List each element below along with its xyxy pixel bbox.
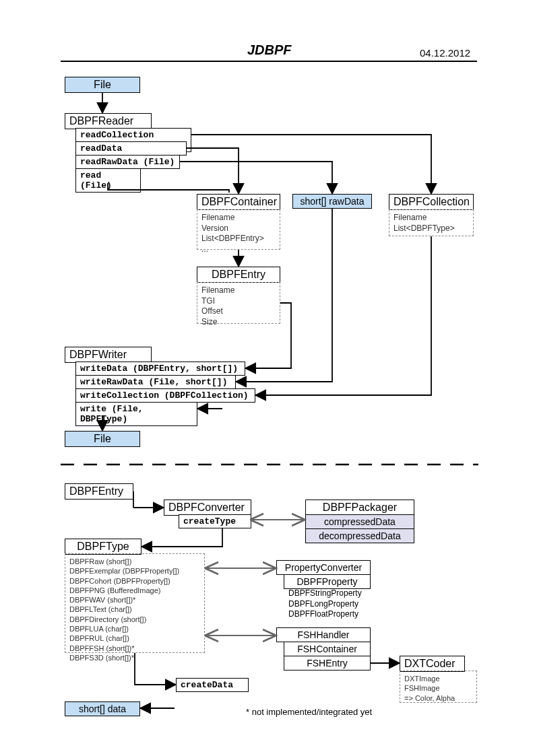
dbpftype-head: DBPFType xyxy=(65,539,141,555)
dbpfentry-fields: Filename TGI Offset Size xyxy=(197,282,280,324)
shortdata-box: short[] data xyxy=(65,701,140,716)
dbpfcontainer-fields: Filename Version List<DBPFEntry> ... xyxy=(197,209,280,250)
dbpfpackager-head: DBPFPackager xyxy=(305,500,414,516)
fshcontainer: FSHContainer xyxy=(284,642,371,656)
read-method: read (File) xyxy=(75,168,141,193)
footnote: * not implemented/integrated yet xyxy=(246,707,372,717)
dbpfentry-head: DBPFEntry xyxy=(197,267,280,283)
writecollection-method: writeCollection (DBPFCollection) xyxy=(75,388,255,403)
rawdata-box: short[] rawData xyxy=(292,194,372,209)
dbpfcontainer-head: DBPFContainer xyxy=(197,194,280,210)
page-title: JDBPF xyxy=(247,42,292,58)
propertyconverter: PropertyConverter xyxy=(276,560,371,575)
compresseddata: compressedData xyxy=(305,514,414,529)
readrawdata-method: readRawData (File) xyxy=(75,155,180,169)
dbpfproperty-sub: DBPFStringProperty DBPFLongProperty DBPF… xyxy=(288,588,362,620)
dbpfreader-head: DBPFReader xyxy=(65,113,152,129)
readdata-method: readData (DBPFEntry) xyxy=(75,141,187,156)
file-top: File xyxy=(65,77,140,93)
createdata-method: createData xyxy=(176,678,249,692)
fshhandler: FSHHandler xyxy=(276,627,371,642)
writerawdata-method: writeRawData (File, short[]) xyxy=(75,375,236,389)
dbpfentry2-head: DBPFEntry xyxy=(65,483,133,500)
decompresseddata: decompressedData xyxy=(305,528,414,543)
dbpfconverter-head: DBPFConverter xyxy=(164,500,251,516)
dxtcoder-head: DXTCoder xyxy=(400,656,465,672)
createtype-method: createType xyxy=(179,514,251,528)
fshentry: FSHEntry xyxy=(284,656,371,671)
dxtcoder-fields: DXTImage FSHImage => Color, Alpha xyxy=(400,671,477,703)
writedata-method: writeData (DBPFEntry, short[]) xyxy=(75,362,245,376)
dbpfproperty: DBPFProperty xyxy=(284,574,371,589)
dbpfwriter-head: DBPFWriter xyxy=(65,347,152,363)
dbpfcollection-fields: Filename List<DBPFType> xyxy=(389,209,474,236)
dbpftype-list: DBPFRaw (short[]) DBPFExemplar (DBPFProp… xyxy=(65,553,205,653)
header-rule xyxy=(61,61,477,62)
write-method: write (File, DBPFType) xyxy=(75,402,197,426)
file-bottom: File xyxy=(65,431,140,447)
page-date: 04.12.2012 xyxy=(420,47,470,59)
dbpfcollection-head: DBPFCollection xyxy=(389,194,474,210)
